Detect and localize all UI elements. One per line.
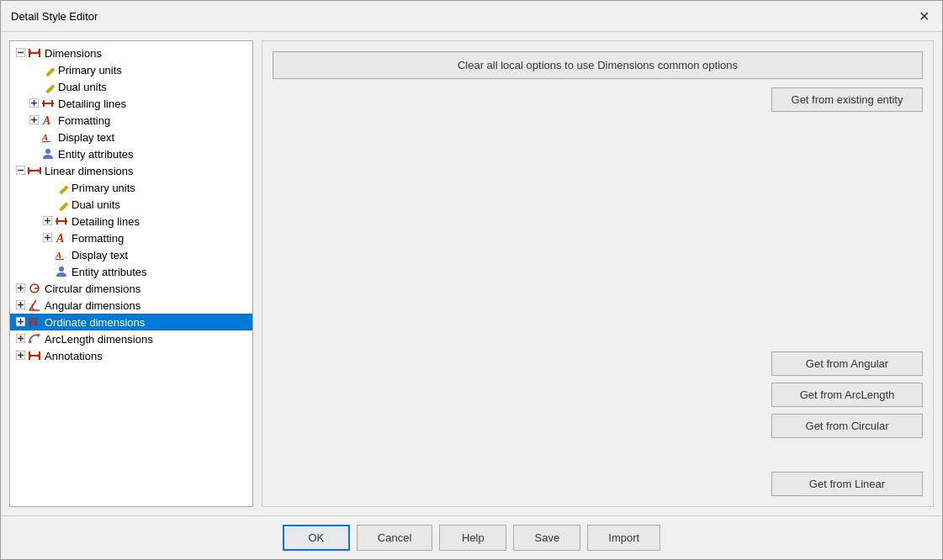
tree-item-annotations[interactable]: Annotations <box>10 347 252 364</box>
expander-formatting-1[interactable] <box>27 115 40 126</box>
label-entity-attrs-2: Entity attributes <box>72 266 147 278</box>
label-detailing-lines-2: Detailing lines <box>72 215 140 228</box>
tree-item-arclength-dimensions[interactable]: ArcLength dimensions <box>10 330 252 347</box>
tree-panel[interactable]: DimensionsPrimary unitsDual unitsDetaili… <box>9 40 253 507</box>
expander-formatting-2[interactable] <box>40 233 54 244</box>
icon-entity <box>54 265 69 278</box>
expander-dual-units-2[interactable] <box>40 200 54 209</box>
svg-rect-80 <box>35 319 37 325</box>
get-from-circular-button[interactable]: Get from Circular <box>771 414 923 438</box>
footer: OK Cancel Help Save Import <box>1 515 942 559</box>
icon-entity <box>40 147 56 161</box>
right-panel: Clear all local options to use Dimension… <box>262 40 934 507</box>
icon-formatting: A <box>54 231 69 245</box>
expander-detailing-lines-1[interactable] <box>27 98 40 109</box>
tree-item-dual-units-1[interactable]: Dual units <box>10 78 252 95</box>
label-circular-dimensions: Circular dimensions <box>45 283 140 295</box>
icon-ruler <box>54 198 69 211</box>
expander-angular-dimensions[interactable] <box>13 300 27 311</box>
svg-rect-28 <box>42 141 50 142</box>
label-dual-units-1: Dual units <box>58 81 107 93</box>
close-button[interactable]: ✕ <box>915 8 932 24</box>
titlebar: Detail Style Editor ✕ <box>1 1 942 32</box>
icon-circular <box>27 282 42 295</box>
tree-item-entity-attrs-1[interactable]: Entity attributes <box>10 145 252 162</box>
svg-text:A: A <box>42 114 50 127</box>
svg-rect-5 <box>29 49 30 57</box>
tree-item-dimensions[interactable]: Dimensions <box>10 45 252 61</box>
help-button[interactable]: Help <box>439 525 506 551</box>
icon-displaytext: A <box>40 130 56 144</box>
import-button[interactable]: Import <box>587 525 660 551</box>
expander-display-text-1[interactable] <box>27 133 40 142</box>
label-entity-attrs-1: Entity attributes <box>58 148 134 161</box>
expander-circular-dimensions[interactable] <box>13 283 27 294</box>
tree-item-formatting-1[interactable]: AFormatting <box>10 112 252 129</box>
expander-ordinate-dimensions[interactable] <box>13 317 27 328</box>
expander-linear-dimensions[interactable] <box>13 166 27 177</box>
expander-entity-attrs-2[interactable] <box>40 267 54 277</box>
tree-item-display-text-1[interactable]: ADisplay text <box>10 129 252 145</box>
svg-rect-92 <box>29 351 30 360</box>
icon-displaytext: A <box>54 248 69 262</box>
svg-rect-79 <box>34 324 35 325</box>
icon-angular <box>27 298 42 312</box>
svg-rect-6 <box>39 49 40 57</box>
icon-detailing <box>40 97 56 110</box>
expander-primary-units-2[interactable] <box>40 183 54 193</box>
tree-item-entity-attrs-2[interactable]: Entity attributes <box>10 263 252 280</box>
save-button[interactable]: Save <box>513 525 580 551</box>
get-from-angular-button[interactable]: Get from Angular <box>771 351 923 376</box>
expander-detailing-lines-2[interactable] <box>40 216 54 227</box>
expander-display-text-2[interactable] <box>40 251 54 260</box>
cancel-button[interactable]: Cancel <box>357 525 432 551</box>
action-buttons-group: Get from Angular Get from ArcLength Get … <box>273 351 923 438</box>
expander-primary-units-1[interactable] <box>27 66 40 75</box>
top-buttons: Get from existing entity <box>273 87 923 112</box>
tree-item-formatting-2[interactable]: AFormatting <box>10 230 252 246</box>
svg-rect-76 <box>31 324 34 325</box>
icon-arclength <box>27 332 42 346</box>
expander-entity-attrs-1[interactable] <box>27 150 40 159</box>
tree-item-dual-units-2[interactable]: Dual units <box>10 196 252 213</box>
svg-rect-74 <box>31 319 34 320</box>
icon-ruler <box>40 80 56 93</box>
tree-item-display-text-2[interactable]: ADisplay text <box>10 246 252 263</box>
tree-item-angular-dimensions[interactable]: Angular dimensions <box>10 297 252 314</box>
label-primary-units-1: Primary units <box>58 64 122 77</box>
ok-button[interactable]: OK <box>283 525 350 551</box>
label-arclength-dimensions: ArcLength dimensions <box>45 333 153 346</box>
icon-annotations <box>27 349 42 362</box>
get-from-linear-button[interactable]: Get from Linear <box>771 472 923 496</box>
icon-dim <box>27 46 42 60</box>
label-angular-dimensions: Angular dimensions <box>45 299 140 312</box>
tree-item-primary-units-1[interactable]: Primary units <box>10 61 252 78</box>
expander-dual-units-1[interactable] <box>27 82 40 92</box>
expander-annotations[interactable] <box>13 351 27 362</box>
expander-dimensions[interactable] <box>13 48 27 59</box>
icon-detailing <box>54 214 69 228</box>
label-ordinate-dimensions: Ordinate dimensions <box>45 316 145 329</box>
svg-rect-78 <box>34 321 35 322</box>
label-detailing-lines-1: Detailing lines <box>58 98 126 110</box>
label-dual-units-2: Dual units <box>72 198 120 211</box>
icon-ordinate <box>27 315 42 329</box>
get-from-existing-button[interactable]: Get from existing entity <box>771 87 923 112</box>
svg-rect-77 <box>34 319 35 320</box>
window-title: Detail Style Editor <box>11 10 98 23</box>
get-from-arclength-button[interactable]: Get from ArcLength <box>771 383 923 407</box>
tree-item-detailing-lines-1[interactable]: Detailing lines <box>10 95 252 112</box>
svg-text:A: A <box>55 250 61 260</box>
icon-ruler <box>54 181 69 194</box>
svg-text:A: A <box>41 132 48 142</box>
tree-item-circular-dimensions[interactable]: Circular dimensions <box>10 280 252 297</box>
clear-options-button[interactable]: Clear all local options to use Dimension… <box>273 51 923 79</box>
label-primary-units-2: Primary units <box>72 182 135 194</box>
expander-arclength-dimensions[interactable] <box>13 334 27 345</box>
tree-item-primary-units-2[interactable]: Primary units <box>10 179 252 196</box>
tree-item-detailing-lines-2[interactable]: Detailing lines <box>10 213 252 230</box>
tree-item-ordinate-dimensions[interactable]: Ordinate dimensions <box>10 314 252 330</box>
tree-item-linear-dimensions[interactable]: Linear dimensions <box>10 162 252 179</box>
svg-rect-75 <box>31 321 34 322</box>
svg-point-29 <box>45 149 50 154</box>
